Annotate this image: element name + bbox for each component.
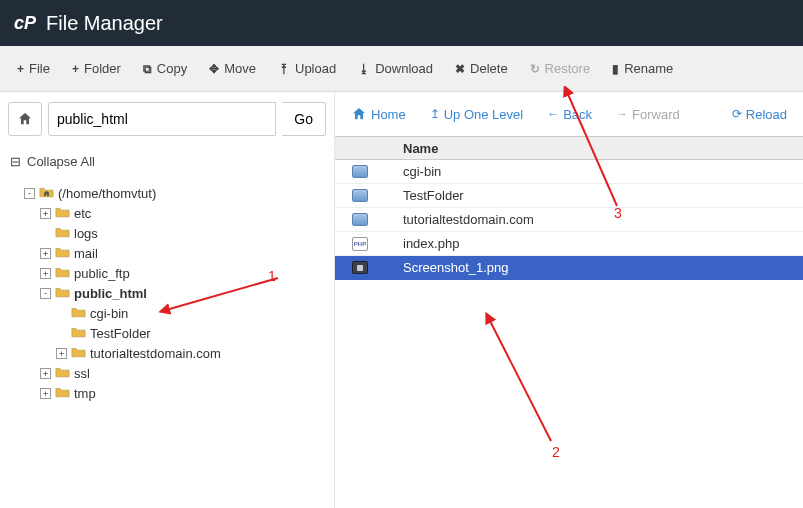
tree-node[interactable]: logs xyxy=(8,223,326,243)
nav-up-button[interactable]: ↥ Up One Level xyxy=(420,101,534,128)
folder-icon xyxy=(55,286,70,298)
list-item[interactable]: PHPindex.php xyxy=(335,232,803,256)
toolbar-icon: + xyxy=(72,62,79,76)
tree-label: cgi-bin xyxy=(90,306,128,321)
toolbar-delete-button[interactable]: ✖Delete xyxy=(444,55,519,82)
folder-icon xyxy=(352,189,368,202)
toolbar-label: Restore xyxy=(545,61,591,76)
tree-node[interactable]: +mail xyxy=(8,243,326,263)
tree-node[interactable]: +ssl xyxy=(8,363,326,383)
tree-expander[interactable]: - xyxy=(40,288,51,299)
tree-expander[interactable]: + xyxy=(40,388,51,399)
toolbar-icon: ✖ xyxy=(455,62,465,76)
tree-expander-blank xyxy=(56,308,67,319)
folder-icon xyxy=(55,266,70,278)
list-item[interactable]: TestFolder xyxy=(335,184,803,208)
folder-icon xyxy=(71,346,86,358)
toolbar-restore-button[interactable]: ↻Restore xyxy=(519,55,602,82)
php-file-icon: PHP xyxy=(352,237,368,251)
collapse-icon: ⊟ xyxy=(10,154,21,169)
toolbar-icon: ⧉ xyxy=(143,62,152,76)
folder-icon xyxy=(55,246,70,258)
arrow-up-icon: ↥ xyxy=(430,107,440,121)
tree-expander[interactable]: + xyxy=(56,348,67,359)
tree-label: logs xyxy=(74,226,98,241)
home-icon xyxy=(17,111,33,127)
path-input[interactable] xyxy=(48,102,276,136)
nav-back-button[interactable]: ← Back xyxy=(537,101,602,128)
folder-icon xyxy=(352,165,368,178)
toolbar-label: Copy xyxy=(157,61,187,76)
toolbar-upload-button[interactable]: ⭱Upload xyxy=(267,55,347,82)
home-button[interactable] xyxy=(8,102,42,136)
nav-reload-label: Reload xyxy=(746,107,787,122)
tree-node[interactable]: +public_ftp xyxy=(8,263,326,283)
tree-expander[interactable]: + xyxy=(40,248,51,259)
list-item[interactable]: cgi-bin xyxy=(335,160,803,184)
go-button[interactable]: Go xyxy=(282,102,326,136)
toolbar-icon: ⭳ xyxy=(358,62,370,76)
list-header-name[interactable]: Name xyxy=(335,136,803,160)
app-header: cP File Manager xyxy=(0,0,803,46)
toolbar-label: Rename xyxy=(624,61,673,76)
toolbar-label: Folder xyxy=(84,61,121,76)
nav-reload-button[interactable]: ⟳ Reload xyxy=(722,101,797,128)
nav-home-label: Home xyxy=(371,107,406,122)
list-item[interactable]: Screenshot_1.png xyxy=(335,256,803,280)
tree-node[interactable]: +etc xyxy=(8,203,326,223)
tree-node[interactable]: -(/home/thomvtut) xyxy=(8,183,326,203)
tree-label: public_ftp xyxy=(74,266,130,281)
nav-up-label: Up One Level xyxy=(444,107,524,122)
tree-expander[interactable]: + xyxy=(40,208,51,219)
nav-toolbar: Home ↥ Up One Level ← Back → Forward ⟳ R… xyxy=(335,92,803,136)
left-panel: Go ⊟ Collapse All -(/home/thomvtut)+etcl… xyxy=(0,92,335,508)
reload-icon: ⟳ xyxy=(732,107,742,121)
tree-label: mail xyxy=(74,246,98,261)
app-title: File Manager xyxy=(46,12,163,35)
tree-expander-blank xyxy=(56,328,67,339)
tree-label: (/home/thomvtut) xyxy=(58,186,156,201)
tree-node[interactable]: -public_html xyxy=(8,283,326,303)
tree-label: public_html xyxy=(74,286,147,301)
toolbar-label: Download xyxy=(375,61,433,76)
right-panel: Home ↥ Up One Level ← Back → Forward ⟳ R… xyxy=(335,92,803,508)
tree-label: tmp xyxy=(74,386,96,401)
tree-expander-blank xyxy=(40,228,51,239)
toolbar-download-button[interactable]: ⭳Download xyxy=(347,55,444,82)
toolbar-copy-button[interactable]: ⧉Copy xyxy=(132,55,198,82)
toolbar-icon: + xyxy=(17,62,24,76)
file-name: index.php xyxy=(403,236,459,251)
toolbar-file-button[interactable]: +File xyxy=(6,55,61,82)
toolbar-folder-button[interactable]: +Folder xyxy=(61,55,132,82)
toolbar-label: Move xyxy=(224,61,256,76)
image-file-icon xyxy=(352,261,368,274)
toolbar-rename-button[interactable]: ▮Rename xyxy=(601,55,684,82)
main-toolbar: +File+Folder⧉Copy✥Move⭱Upload⭳Download✖D… xyxy=(0,46,803,92)
toolbar-icon: ↻ xyxy=(530,62,540,76)
folder-tree: -(/home/thomvtut)+etclogs+mail+public_ft… xyxy=(8,183,326,403)
tree-label: ssl xyxy=(74,366,90,381)
tree-node[interactable]: +tmp xyxy=(8,383,326,403)
toolbar-label: Upload xyxy=(295,61,336,76)
tree-expander[interactable]: + xyxy=(40,368,51,379)
file-name: tutorialtestdomain.com xyxy=(403,212,534,227)
home-folder-icon xyxy=(39,186,54,198)
tree-node[interactable]: +tutorialtestdomain.com xyxy=(8,343,326,363)
collapse-all-label: Collapse All xyxy=(27,154,95,169)
tree-node[interactable]: TestFolder xyxy=(8,323,326,343)
folder-icon xyxy=(55,386,70,398)
tree-label: tutorialtestdomain.com xyxy=(90,346,221,361)
tree-label: etc xyxy=(74,206,91,221)
tree-node[interactable]: cgi-bin xyxy=(8,303,326,323)
folder-icon xyxy=(55,366,70,378)
toolbar-icon: ⭱ xyxy=(278,62,290,76)
list-item[interactable]: tutorialtestdomain.com xyxy=(335,208,803,232)
file-list: cgi-binTestFoldertutorialtestdomain.comP… xyxy=(335,160,803,508)
tree-expander[interactable]: + xyxy=(40,268,51,279)
nav-forward-button[interactable]: → Forward xyxy=(606,101,690,128)
collapse-all-button[interactable]: ⊟ Collapse All xyxy=(8,150,326,173)
nav-home-button[interactable]: Home xyxy=(341,100,416,128)
nav-forward-label: Forward xyxy=(632,107,680,122)
tree-expander[interactable]: - xyxy=(24,188,35,199)
toolbar-move-button[interactable]: ✥Move xyxy=(198,55,267,82)
